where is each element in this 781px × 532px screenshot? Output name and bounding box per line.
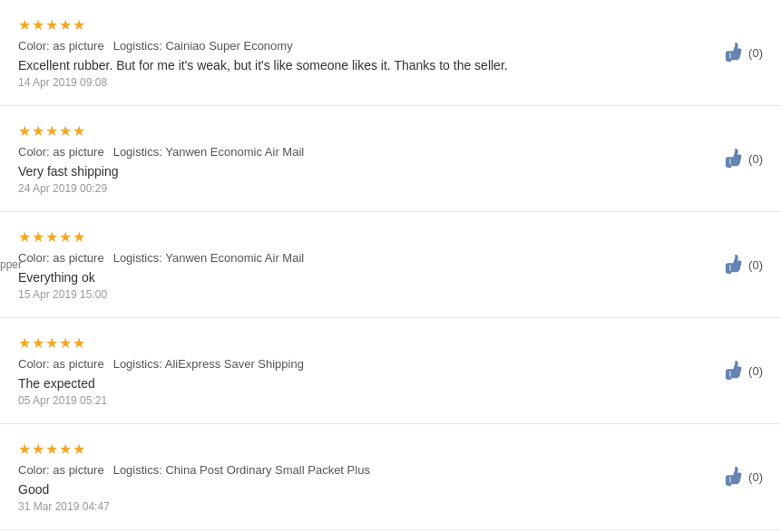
review-date: 05 Apr 2019 05:21 — [18, 394, 763, 407]
review-item: ★★★★★ Color: as picture Logistics: Yanwe… — [0, 106, 781, 212]
thumbs-up-icon — [725, 361, 745, 381]
review-header: ★★★★★ — [18, 122, 763, 140]
thumbs-up-icon — [725, 467, 745, 487]
meta-logistics: Logistics: Cainiao Super Economy — [113, 39, 293, 53]
star-icon: ★ — [73, 334, 85, 352]
like-section[interactable]: (0) — [725, 361, 763, 381]
star-icon: ★ — [32, 122, 44, 140]
star-icon: ★ — [18, 228, 31, 246]
review-text: Very fast shipping — [18, 164, 763, 179]
star-icon: ★ — [18, 334, 31, 352]
meta-color: Color: as picture — [18, 251, 104, 265]
star-icon: ★ — [59, 16, 72, 34]
review-item: pper ★★★★★ Color: as picture Logistics: … — [0, 212, 781, 318]
like-count: (0) — [748, 470, 763, 484]
star-icon: ★ — [73, 228, 85, 246]
star-icon: ★ — [18, 440, 31, 458]
star-rating: ★★★★★ — [18, 228, 85, 246]
review-meta: Color: as picture Logistics: China Post … — [18, 463, 763, 477]
star-icon: ★ — [73, 440, 85, 458]
review-meta: Color: as picture Logistics: AliExpress … — [18, 357, 763, 371]
star-rating: ★★★★★ — [18, 16, 85, 34]
review-meta: Color: as picture Logistics: Cainiao Sup… — [18, 39, 763, 53]
star-icon: ★ — [18, 16, 31, 34]
star-icon: ★ — [73, 16, 85, 34]
star-icon: ★ — [18, 122, 31, 140]
review-date: 31 Mar 2019 04:47 — [18, 500, 763, 513]
review-meta: Color: as picture Logistics: Yanwen Econ… — [18, 145, 763, 159]
review-header: ★★★★★ — [18, 334, 763, 352]
star-icon: ★ — [45, 122, 58, 140]
review-meta: Color: as picture Logistics: Yanwen Econ… — [18, 251, 763, 265]
review-item: ★★★★★ Color: as picture Logistics: China… — [0, 424, 781, 530]
left-label: pper — [0, 258, 22, 271]
review-text: Excellent rubber. But for me it's weak, … — [18, 58, 763, 73]
review-text: The expected — [18, 376, 763, 391]
like-count: (0) — [748, 364, 763, 378]
star-icon: ★ — [45, 334, 58, 352]
review-date: 14 Apr 2019 09:08 — [18, 76, 763, 89]
review-header: ★★★★★ — [18, 16, 763, 34]
star-rating: ★★★★★ — [18, 440, 85, 458]
meta-color: Color: as picture — [18, 145, 104, 159]
thumbs-up-icon — [725, 149, 745, 169]
review-text: Good — [18, 482, 763, 497]
like-section[interactable]: (0) — [725, 149, 763, 169]
like-button[interactable] — [725, 149, 745, 169]
like-button[interactable] — [725, 361, 745, 381]
star-icon: ★ — [59, 334, 72, 352]
thumbs-up-icon — [725, 255, 745, 275]
meta-logistics: Logistics: China Post Ordinary Small Pac… — [113, 463, 370, 477]
star-icon: ★ — [45, 16, 58, 34]
star-icon: ★ — [45, 228, 58, 246]
star-icon: ★ — [59, 440, 72, 458]
star-rating: ★★★★★ — [18, 122, 85, 140]
star-icon: ★ — [32, 16, 44, 34]
like-button[interactable] — [725, 467, 745, 487]
like-section[interactable]: (0) — [725, 43, 763, 63]
meta-color: Color: as picture — [18, 463, 104, 477]
review-header: ★★★★★ — [18, 440, 763, 458]
like-button[interactable] — [725, 255, 745, 275]
like-section[interactable]: (0) — [725, 255, 763, 275]
meta-logistics: Logistics: Yanwen Economic Air Mail — [113, 145, 305, 159]
star-icon: ★ — [59, 122, 72, 140]
star-icon: ★ — [32, 334, 44, 352]
meta-color: Color: as picture — [18, 39, 104, 53]
star-rating: ★★★★★ — [18, 334, 85, 352]
meta-logistics: Logistics: Yanwen Economic Air Mail — [113, 251, 305, 265]
thumbs-up-icon — [725, 43, 745, 63]
meta-logistics: Logistics: AliExpress Saver Shipping — [113, 357, 304, 371]
review-item: ★★★★★ Color: as picture Logistics: Caini… — [0, 0, 781, 106]
star-icon: ★ — [59, 228, 72, 246]
review-item: ★★★★★ Color: as picture Logistics: AliEx… — [0, 318, 781, 424]
star-icon: ★ — [32, 228, 44, 246]
meta-color: Color: as picture — [18, 357, 104, 371]
review-text: Everything ok — [18, 270, 763, 285]
like-count: (0) — [748, 46, 763, 60]
like-button[interactable] — [725, 43, 745, 63]
review-date: 24 Apr 2019 00:29 — [18, 182, 763, 195]
like-section[interactable]: (0) — [725, 467, 763, 487]
review-list: ★★★★★ Color: as picture Logistics: Caini… — [0, 0, 781, 530]
like-count: (0) — [748, 152, 763, 166]
star-icon: ★ — [32, 440, 44, 458]
star-icon: ★ — [73, 122, 85, 140]
star-icon: ★ — [45, 440, 58, 458]
like-count: (0) — [748, 258, 763, 272]
review-date: 15 Apr 2019 15:00 — [18, 288, 763, 301]
review-header: ★★★★★ — [18, 228, 763, 246]
